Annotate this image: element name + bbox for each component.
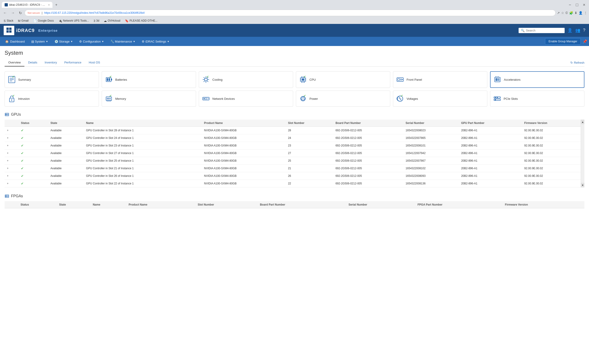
tile-intrusion[interactable]: ✔ Intrusion xyxy=(5,91,99,107)
search-input[interactable] xyxy=(526,29,558,32)
tile-pcieslots[interactable]: PCIe Slots xyxy=(490,91,584,107)
scroll-down-button[interactable]: ▼ xyxy=(581,183,584,187)
tile-power[interactable]: ✔ Power xyxy=(296,91,390,107)
maximize-button[interactable]: □ xyxy=(574,2,580,8)
expand-cell[interactable]: + xyxy=(5,172,19,180)
bookmark-3d[interactable]: 3 3d xyxy=(92,19,101,23)
nav-configuration[interactable]: ⚙ Configuration ▼ xyxy=(76,38,107,45)
tile-cpu[interactable]: ✔ CPU xyxy=(296,71,390,88)
nav-idrac-settings[interactable]: ⚙ iDRAC Settings ▼ xyxy=(139,38,172,45)
col-gpupart[interactable]: GPU Part Number xyxy=(459,120,522,127)
forward-button[interactable]: → xyxy=(10,10,16,15)
pin-icon[interactable]: 📌 xyxy=(582,39,587,44)
fpga-col-boardpart[interactable]: Board Part Number xyxy=(258,201,346,208)
scroll-up-button[interactable]: ▲ xyxy=(581,120,584,124)
user-config-icon[interactable]: 👤 xyxy=(567,28,572,33)
tab-performance[interactable]: Performance xyxy=(60,59,85,66)
bookmark-ovhcloud[interactable]: ☁ OVHcloud xyxy=(102,19,122,23)
nav-storage[interactable]: 💿 Storage ▼ xyxy=(51,38,76,45)
reload-button[interactable]: ↻ xyxy=(18,10,23,16)
expand-cell[interactable]: + xyxy=(5,157,19,165)
expand-cell[interactable]: + xyxy=(5,134,19,142)
gpu-table-row[interactable]: + ✔ Available GPU Controller in Slot 28 … xyxy=(5,127,584,134)
fpga-col-firmware[interactable]: Firmware Version xyxy=(503,201,584,208)
col-slot[interactable]: Slot Number xyxy=(286,120,333,127)
header-search[interactable]: 🔍 xyxy=(519,28,565,33)
bookmark-gmail[interactable]: M Gmail xyxy=(16,19,30,23)
nav-system[interactable]: ▤ System ▼ xyxy=(28,38,51,45)
address-input[interactable]: Not secure | https://100.67.115.220/rest… xyxy=(25,10,556,16)
col-state[interactable]: State xyxy=(48,120,84,127)
gpu-table-row[interactable]: + ✔ Available GPU Controller in Slot 26 … xyxy=(5,172,584,180)
download-icon[interactable]: ⬇ xyxy=(575,11,577,15)
users-icon[interactable]: 👥 xyxy=(575,28,580,33)
tile-accelerators[interactable]: Accelerators xyxy=(490,71,584,88)
expand-icon[interactable]: + xyxy=(7,151,8,155)
fpga-col-serial[interactable]: Serial Number xyxy=(346,201,415,208)
col-serial[interactable]: Serial Number xyxy=(403,120,459,127)
col-boardpart[interactable]: Board Part Number xyxy=(333,120,403,127)
fpga-col-slot[interactable]: Slot Number xyxy=(195,201,258,208)
tab-inventory[interactable]: Inventory xyxy=(41,59,60,66)
extensions-icon[interactable]: 🧩 xyxy=(569,11,573,15)
profile-icon[interactable]: 👤 xyxy=(579,11,582,15)
active-tab[interactable]: idrac-2S461V3 - iDRAC9 - Syste... × xyxy=(2,2,53,8)
expand-icon[interactable]: + xyxy=(7,144,8,147)
menu-icon[interactable]: ⋮ xyxy=(584,11,587,15)
nav-maintenance[interactable]: 🔧 Maintenance ▼ xyxy=(107,38,139,45)
gpu-table-row[interactable]: + ✔ Available GPU Controller in Slot 27 … xyxy=(5,150,584,157)
close-window-button[interactable]: × xyxy=(581,2,587,8)
tile-batteries[interactable]: ✔ Batteries xyxy=(102,71,196,88)
tab-hostos[interactable]: Host OS xyxy=(85,59,104,66)
expand-icon[interactable]: + xyxy=(7,174,8,177)
expand-cell[interactable]: + xyxy=(5,165,19,172)
tile-frontpanel[interactable]: Front Panel xyxy=(393,71,487,88)
gpu-table-row[interactable]: + ✔ Available GPU Controller in Slot 25 … xyxy=(5,157,584,165)
expand-icon[interactable]: + xyxy=(7,159,8,162)
gpu-table-row[interactable]: + ✔ Available GPU Controller in Slot 22 … xyxy=(5,180,584,187)
bookmark-icon[interactable]: ☆ xyxy=(561,11,564,15)
tab-close-button[interactable]: × xyxy=(48,3,50,6)
bookmark-networkups[interactable]: 🔌 Network UPS Tools... xyxy=(57,19,91,23)
share-icon[interactable]: ↗ xyxy=(557,11,560,15)
bookmark-please[interactable]: 🔖 PLEASE ADD OTHE... xyxy=(123,19,159,23)
tab-overview[interactable]: Overview xyxy=(5,59,24,66)
scrollbar[interactable]: ▲ ▼ xyxy=(581,120,584,187)
bookmark-googledocs[interactable]: 📄 Google Docs xyxy=(31,19,55,23)
tab-details[interactable]: Details xyxy=(24,59,41,66)
expand-icon[interactable]: + xyxy=(7,136,8,140)
fpga-col-name[interactable]: Name xyxy=(90,201,126,208)
col-product[interactable]: Product Name xyxy=(202,120,286,127)
help-icon[interactable]: ? xyxy=(583,28,585,33)
gpu-table-row[interactable]: + ✔ Available GPU Controller in Slot 23 … xyxy=(5,142,584,150)
expand-cell[interactable]: + xyxy=(5,127,19,134)
tile-networkdevices[interactable]: Network Devices xyxy=(199,91,293,107)
fpga-col-product[interactable]: Product Name xyxy=(126,201,195,208)
expand-cell[interactable]: + xyxy=(5,150,19,157)
gpu-table-row[interactable]: + ✔ Available GPU Controller in Slot 24 … xyxy=(5,134,584,142)
tile-cooling[interactable]: ✔ Cooling xyxy=(199,71,293,88)
enable-group-manager-button[interactable]: Enable Group Manager xyxy=(545,38,581,45)
expand-icon[interactable]: + xyxy=(7,182,8,185)
tile-voltages[interactable]: ✔ Voltages xyxy=(393,91,487,107)
tile-summary[interactable]: ✔ Summary xyxy=(5,71,99,88)
nav-dashboard[interactable]: 🏠 Dashboard xyxy=(2,38,28,45)
chrome-icon[interactable]: © xyxy=(566,11,568,15)
expand-cell[interactable]: + xyxy=(5,180,19,187)
expand-icon[interactable]: + xyxy=(7,167,8,170)
bookmark-slack[interactable]: S Slack xyxy=(2,19,15,23)
tile-memory[interactable]: ✔ Memory xyxy=(102,91,196,107)
minimize-button[interactable]: − xyxy=(567,2,573,8)
back-button[interactable]: ← xyxy=(2,10,8,15)
col-status[interactable]: Status xyxy=(19,120,48,127)
fpga-col-fpgapart[interactable]: FPGA Part Number xyxy=(415,201,503,208)
fpga-col-state[interactable]: State xyxy=(57,201,90,208)
refresh-button[interactable]: ↻ Refresh xyxy=(570,61,584,64)
expand-icon[interactable]: + xyxy=(7,129,8,132)
gpu-table-row[interactable]: + ✔ Available GPU Controller in Slot 21 … xyxy=(5,165,584,172)
fpga-col-status[interactable]: Status xyxy=(18,201,57,208)
col-name[interactable]: Name xyxy=(84,120,202,127)
new-tab-button[interactable]: + xyxy=(54,2,59,7)
col-firmware[interactable]: Firmware Version xyxy=(522,120,584,127)
expand-cell[interactable]: + xyxy=(5,142,19,150)
